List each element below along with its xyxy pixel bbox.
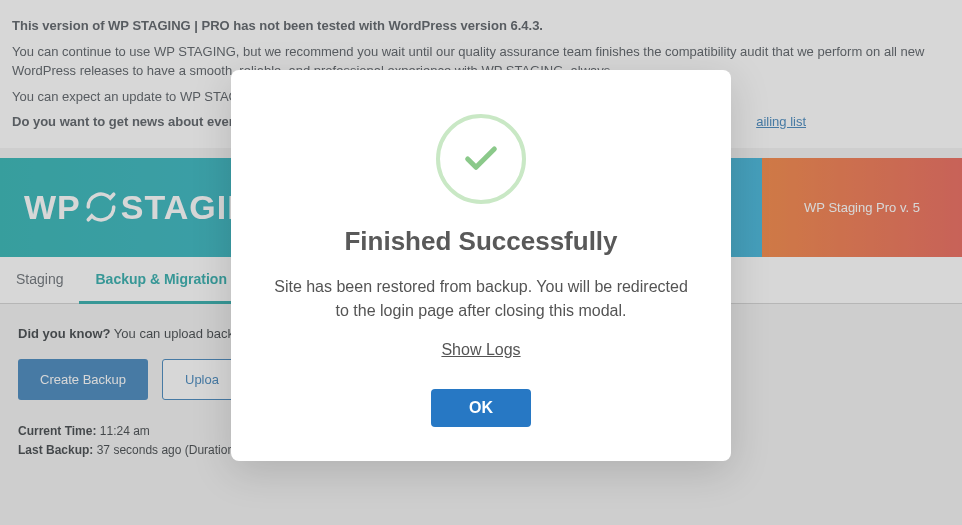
success-modal: Finished Successfully Site has been rest… (231, 70, 731, 461)
success-check-icon (436, 114, 526, 204)
modal-ok-button[interactable]: OK (431, 389, 531, 427)
show-logs-link[interactable]: Show Logs (441, 341, 520, 359)
modal-body: Site has been restored from backup. You … (271, 275, 691, 323)
modal-title: Finished Successfully (271, 226, 691, 257)
modal-overlay: Finished Successfully Site has been rest… (0, 0, 962, 525)
